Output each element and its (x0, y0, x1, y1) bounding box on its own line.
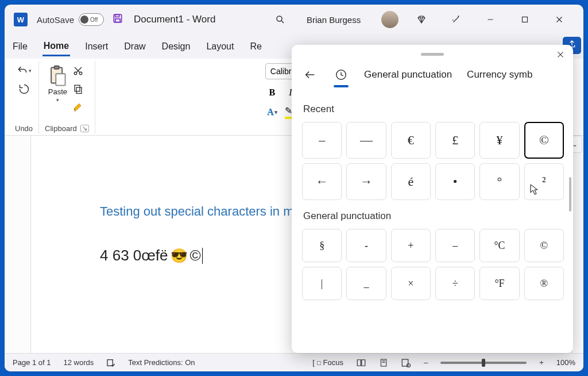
panel-close-button[interactable] (554, 48, 567, 62)
svg-point-3 (277, 16, 282, 21)
symbol-minus[interactable]: – (435, 229, 475, 262)
svg-rect-18 (75, 85, 80, 91)
symbol-yen[interactable]: ¥ (479, 122, 519, 159)
save-icon[interactable] (112, 13, 123, 27)
symbol-en-dash[interactable]: – (302, 122, 342, 159)
toggle-off-label: Off (90, 17, 98, 23)
symbol-multiply[interactable]: × (391, 267, 431, 300)
text-cursor (202, 248, 203, 264)
toggle-knob (80, 16, 88, 24)
autosave-toggle[interactable]: Off (79, 13, 104, 26)
svg-rect-17 (76, 87, 82, 94)
focus-mode-button[interactable]: [□ Focus (312, 358, 343, 367)
document-title[interactable]: Document1 - Word (134, 14, 215, 25)
panel-nav: General punctuation Currency symb (292, 63, 573, 89)
search-icon[interactable] (269, 8, 292, 31)
symbol-fahrenheit[interactable]: °F (479, 267, 519, 300)
autosave-label: AutoSave (37, 15, 74, 25)
symbol-arrow-left[interactable]: ← (302, 163, 342, 200)
text-effects-button[interactable]: A▾ (265, 106, 279, 118)
section-title-recent: Recent (303, 103, 564, 115)
web-layout-icon[interactable] (401, 358, 411, 368)
zoom-thumb[interactable] (482, 359, 485, 367)
svg-rect-20 (381, 359, 386, 366)
recent-grid: – — € £ ¥ © ← → é • ° ² (302, 122, 564, 200)
panel-back-button[interactable] (302, 67, 318, 83)
svg-rect-1 (115, 14, 119, 17)
svg-line-4 (281, 21, 284, 23)
minimize-button[interactable] (479, 8, 502, 31)
symbol-divide[interactable]: ÷ (435, 267, 475, 300)
svg-rect-7 (523, 17, 528, 22)
status-words[interactable]: 12 words (64, 358, 94, 367)
word-app-icon: W (14, 13, 28, 26)
symbol-euro[interactable]: € (391, 122, 431, 159)
tab-file[interactable]: File (11, 38, 29, 55)
symbol-hyphen[interactable]: - (346, 229, 386, 262)
symbol-pound[interactable]: £ (435, 122, 475, 159)
autosave-control[interactable]: AutoSave Off (37, 13, 104, 26)
repeat-button[interactable] (17, 82, 32, 97)
svg-rect-12 (56, 74, 65, 85)
panel-grip-area[interactable] (292, 45, 573, 63)
status-predictions[interactable]: Text Predictions: On (128, 358, 195, 367)
tab-layout[interactable]: Layout (205, 38, 235, 55)
group-clipboard: Paste ▾ Clipboard↘ (39, 61, 95, 134)
symbol-celsius[interactable]: °C (479, 229, 519, 262)
svg-line-5 (454, 17, 459, 22)
symbol-e-acute[interactable]: é (391, 163, 431, 200)
paste-label: Paste (48, 87, 67, 96)
copy-button[interactable] (71, 82, 86, 97)
status-spellcheck-icon[interactable] (106, 358, 115, 367)
close-button[interactable] (548, 8, 571, 31)
clipboard-launcher-icon[interactable]: ↘ (80, 125, 89, 132)
tab-draw[interactable]: Draw (123, 38, 146, 55)
panel-grip[interactable] (421, 53, 444, 56)
symbol-em-dash[interactable]: — (346, 122, 386, 159)
svg-rect-11 (55, 66, 59, 69)
tab-design[interactable]: Design (161, 38, 192, 55)
maximize-button[interactable] (513, 8, 536, 31)
read-mode-icon[interactable] (356, 358, 366, 368)
status-page[interactable]: Page 1 of 1 (13, 358, 51, 367)
format-painter-button[interactable] (71, 100, 86, 115)
symbol-underscore[interactable]: _ (346, 267, 386, 300)
symbol-copyright2[interactable]: © (524, 229, 564, 262)
paste-button[interactable]: Paste ▾ (48, 63, 67, 103)
symbol-registered[interactable]: ® (524, 267, 564, 300)
print-layout-icon[interactable] (379, 358, 388, 367)
tab-references[interactable]: Re (249, 38, 262, 55)
symbol-arrow-right[interactable]: → (346, 163, 386, 200)
panel-tab-recent[interactable] (333, 67, 349, 83)
symbol-section[interactable]: § (302, 229, 342, 262)
cut-button[interactable] (71, 63, 86, 78)
panel-scrollbar[interactable] (569, 177, 571, 212)
user-name[interactable]: Brian Burgess (307, 15, 361, 25)
zoom-value[interactable]: 100% (556, 358, 575, 367)
svg-point-24 (407, 363, 410, 367)
tab-insert[interactable]: Insert (84, 38, 109, 55)
panel-tab-currency[interactable]: Currency symb (467, 67, 532, 83)
tab-home[interactable]: Home (42, 37, 70, 56)
panel-tab-general[interactable]: General punctuation (364, 67, 452, 83)
group-label-clipboard: Clipboard↘ (45, 122, 89, 133)
zoom-slider[interactable] (440, 362, 527, 364)
status-bar: Page 1 of 1 12 words Text Predictions: O… (5, 353, 583, 371)
symbol-plus[interactable]: + (391, 229, 431, 262)
symbol-copyright[interactable]: © (524, 122, 564, 159)
symbol-degree[interactable]: ° (479, 163, 519, 200)
bold-button[interactable]: B (265, 86, 279, 99)
general-grid: § - + – °C © | _ × ÷ °F ® (302, 229, 564, 300)
panel-body: Recent – — € £ ¥ © ← → é • ° ² General p… (292, 89, 573, 353)
diamond-icon[interactable] (410, 8, 433, 31)
svg-rect-23 (402, 359, 408, 366)
symbol-super2[interactable]: ² (524, 163, 564, 200)
undo-button[interactable]: ▾ (17, 63, 32, 78)
avatar[interactable] (381, 11, 399, 28)
svg-rect-2 (115, 18, 120, 22)
zoom-in-button[interactable]: + (539, 358, 544, 367)
symbol-pipe[interactable]: | (302, 267, 342, 300)
zoom-out-button[interactable]: – (424, 358, 428, 367)
symbol-bullet[interactable]: • (435, 163, 475, 200)
magic-wand-icon[interactable] (444, 8, 467, 31)
